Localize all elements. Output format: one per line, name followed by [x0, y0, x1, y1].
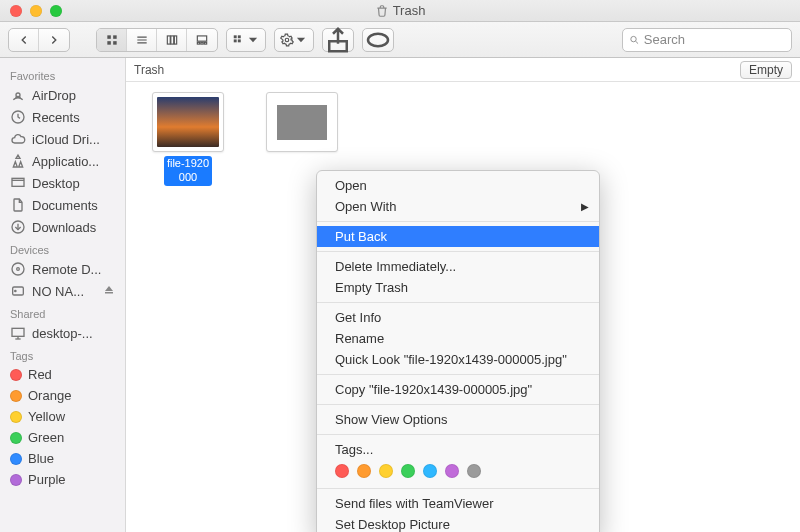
context-menu: Open Open With▶ Put Back Delete Immediat… — [316, 170, 600, 532]
icon-view-button[interactable] — [97, 29, 127, 51]
tag-dot-icon — [10, 390, 22, 402]
svg-rect-27 — [12, 178, 24, 186]
ctx-tag-gray[interactable] — [467, 464, 481, 478]
ctx-label: Show View Options — [335, 412, 448, 427]
ctx-tag-yellow[interactable] — [379, 464, 393, 478]
sidebar-item-label: Recents — [32, 110, 80, 125]
close-window-button[interactable] — [10, 5, 22, 17]
tag-dot-icon — [10, 411, 22, 423]
search-icon — [629, 34, 640, 46]
svg-point-23 — [631, 36, 636, 41]
search-field[interactable] — [622, 28, 792, 52]
sidebar-section-favorites: Favorites — [0, 64, 125, 84]
sidebar-item-disk[interactable]: NO NA... — [0, 280, 125, 302]
zoom-window-button[interactable] — [50, 5, 62, 17]
svg-rect-15 — [238, 35, 241, 38]
column-view-button[interactable] — [157, 29, 187, 51]
ctx-tag-green[interactable] — [401, 464, 415, 478]
svg-rect-3 — [113, 41, 117, 45]
icon-canvas[interactable]: file-1920000 Open Open With▶ Put Back De… — [126, 82, 800, 532]
sidebar-tag-blue[interactable]: Blue — [0, 448, 125, 469]
ctx-delete-immediately[interactable]: Delete Immediately... — [317, 256, 599, 277]
ctx-label: Send files with TeamViewer — [335, 496, 494, 511]
sidebar-item-label: Purple — [28, 472, 66, 487]
svg-point-22 — [368, 33, 388, 46]
sidebar-item-label: Desktop — [32, 176, 80, 191]
list-view-button[interactable] — [127, 29, 157, 51]
ctx-tags[interactable]: Tags... — [317, 439, 599, 460]
group-by-button[interactable] — [227, 29, 265, 51]
file-item[interactable]: file-1920000 — [138, 92, 238, 186]
downloads-icon — [10, 219, 26, 235]
ctx-separator — [317, 221, 599, 222]
file-thumbnail — [266, 92, 338, 152]
svg-marker-20 — [297, 37, 305, 42]
sidebar-item-documents[interactable]: Documents — [0, 194, 125, 216]
ctx-set-desktop-picture[interactable]: Set Desktop Picture — [317, 514, 599, 532]
sidebar-item-icloud[interactable]: iCloud Dri... — [0, 128, 125, 150]
sidebar-item-label: iCloud Dri... — [32, 132, 100, 147]
window-titlebar: Trash — [0, 0, 800, 22]
sidebar-item-recents[interactable]: Recents — [0, 106, 125, 128]
svg-point-34 — [15, 290, 16, 291]
eject-icon[interactable] — [103, 284, 115, 299]
window-title-text: Trash — [393, 3, 426, 18]
sidebar-item-shared-desktop[interactable]: desktop-... — [0, 322, 125, 344]
ctx-quick-look[interactable]: Quick Look "file-1920x1439-000005.jpg" — [317, 349, 599, 370]
svg-rect-37 — [12, 328, 24, 336]
svg-marker-18 — [249, 37, 257, 42]
ctx-label: Open With — [335, 199, 396, 214]
ctx-separator — [317, 488, 599, 489]
sidebar-tag-orange[interactable]: Orange — [0, 385, 125, 406]
empty-trash-button[interactable]: Empty — [740, 61, 792, 79]
sidebar-item-desktop[interactable]: Desktop — [0, 172, 125, 194]
search-input[interactable] — [644, 32, 785, 47]
ctx-rename[interactable]: Rename — [317, 328, 599, 349]
tag-dot-icon — [10, 474, 22, 486]
ctx-separator — [317, 302, 599, 303]
share-button[interactable] — [322, 28, 354, 52]
svg-rect-11 — [197, 42, 199, 44]
back-button[interactable] — [9, 29, 39, 51]
ctx-tag-purple[interactable] — [445, 464, 459, 478]
ctx-open[interactable]: Open — [317, 175, 599, 196]
sidebar-item-downloads[interactable]: Downloads — [0, 216, 125, 238]
nav-group — [8, 28, 70, 52]
tags-button[interactable] — [362, 28, 394, 52]
ctx-tag-red[interactable] — [335, 464, 349, 478]
ctx-show-view-options[interactable]: Show View Options — [317, 409, 599, 430]
ctx-copy[interactable]: Copy "file-1920x1439-000005.jpg" — [317, 379, 599, 400]
ctx-put-back[interactable]: Put Back — [317, 226, 599, 247]
svg-rect-16 — [234, 39, 237, 42]
sidebar-item-airdrop[interactable]: AirDrop — [0, 84, 125, 106]
gallery-view-button[interactable] — [187, 29, 217, 51]
action-group — [274, 28, 314, 52]
view-mode-group — [96, 28, 218, 52]
ctx-tag-blue[interactable] — [423, 464, 437, 478]
sidebar-item-label: Orange — [28, 388, 71, 403]
svg-rect-8 — [170, 35, 173, 43]
tag-dot-icon — [10, 369, 22, 381]
sidebar-tag-yellow[interactable]: Yellow — [0, 406, 125, 427]
ctx-open-with[interactable]: Open With▶ — [317, 196, 599, 217]
minimize-window-button[interactable] — [30, 5, 42, 17]
sidebar-tag-green[interactable]: Green — [0, 427, 125, 448]
forward-button[interactable] — [39, 29, 69, 51]
ctx-empty-trash[interactable]: Empty Trash — [317, 277, 599, 298]
sidebar-item-label: desktop-... — [32, 326, 93, 341]
sidebar-item-applications[interactable]: Applicatio... — [0, 150, 125, 172]
action-menu-button[interactable] — [275, 29, 313, 51]
sidebar-item-remote[interactable]: Remote D... — [0, 258, 125, 280]
svg-rect-7 — [167, 35, 170, 43]
ctx-tag-orange[interactable] — [357, 464, 371, 478]
ctx-send-teamviewer[interactable]: Send files with TeamViewer — [317, 493, 599, 514]
svg-marker-35 — [105, 286, 113, 291]
svg-rect-2 — [107, 41, 111, 45]
file-item[interactable] — [252, 92, 352, 156]
sidebar-tag-purple[interactable]: Purple — [0, 469, 125, 490]
tag-dot-icon — [10, 453, 22, 465]
ctx-label: Open — [335, 178, 367, 193]
sidebar-tag-red[interactable]: Red — [0, 364, 125, 385]
ctx-get-info[interactable]: Get Info — [317, 307, 599, 328]
ctx-label: Tags... — [335, 442, 373, 457]
